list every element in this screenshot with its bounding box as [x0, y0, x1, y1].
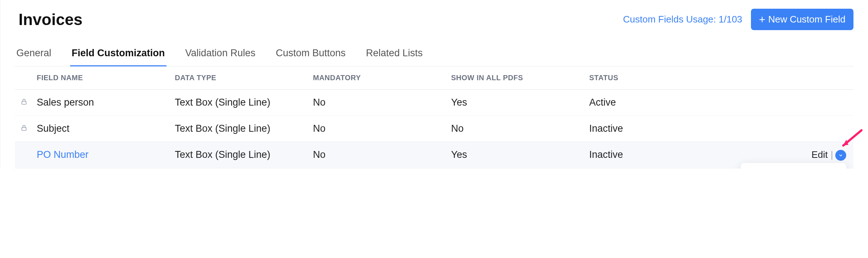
field-data-type: Text Box (Single Line)	[171, 142, 309, 168]
dropdown-item-mark-as-active[interactable]: Mark as Active	[745, 168, 842, 168]
col-field-name: FIELD NAME	[33, 66, 171, 90]
row-actions-dropdown: Mark as ActiveDelete Custom FieldConfigu…	[741, 163, 846, 168]
tab-field-customization[interactable]: Field Customization	[70, 41, 166, 66]
col-status: STATUS	[586, 66, 738, 90]
col-mandatory: MANDATORY	[309, 66, 447, 90]
col-data-type: DATA TYPE	[171, 66, 309, 90]
edit-link[interactable]: Edit	[811, 149, 828, 160]
table-row: PO NumberText Box (Single Line)NoYesInac…	[15, 142, 853, 168]
field-show-pdf: Yes	[447, 90, 586, 116]
row-actions-dropdown-button[interactable]	[835, 150, 846, 161]
field-status: Inactive	[586, 116, 738, 142]
custom-fields-usage-link[interactable]: Custom Fields Usage: 1/103	[623, 14, 742, 25]
table-row: SubjectText Box (Single Line)NoNoInactiv…	[15, 116, 853, 142]
field-data-type: Text Box (Single Line)	[171, 116, 309, 142]
tab-general[interactable]: General	[15, 41, 53, 66]
svg-rect-1	[22, 127, 26, 130]
tab-custom-buttons[interactable]: Custom Buttons	[274, 41, 347, 66]
svg-rect-0	[22, 101, 26, 104]
field-mandatory: No	[309, 116, 447, 142]
fields-table: FIELD NAME DATA TYPE MANDATORY SHOW IN A…	[15, 66, 853, 168]
field-mandatory: No	[309, 142, 447, 168]
lock-icon	[20, 123, 28, 134]
plus-icon: +	[759, 14, 765, 25]
field-name[interactable]: PO Number	[37, 149, 89, 160]
col-show-pdf: SHOW IN ALL PDFS	[447, 66, 586, 90]
page-title: Invoices	[19, 11, 83, 29]
new-custom-field-button[interactable]: + New Custom Field	[751, 9, 853, 30]
tab-validation-rules[interactable]: Validation Rules	[184, 41, 257, 66]
table-row: Sales personText Box (Single Line)NoYesA…	[15, 90, 853, 116]
new-custom-field-label: New Custom Field	[768, 14, 845, 25]
field-show-pdf: Yes	[447, 142, 586, 168]
field-status: Active	[586, 90, 738, 116]
field-data-type: Text Box (Single Line)	[171, 90, 309, 116]
tabs: GeneralField CustomizationValidation Rul…	[15, 41, 853, 66]
field-mandatory: No	[309, 90, 447, 116]
field-name: Sales person	[37, 97, 94, 108]
field-name: Subject	[37, 123, 69, 134]
tab-related-lists[interactable]: Related Lists	[365, 41, 424, 66]
field-status: Inactive	[586, 142, 738, 168]
separator: |	[831, 149, 833, 160]
field-show-pdf: No	[447, 116, 586, 142]
lock-icon	[20, 97, 28, 108]
